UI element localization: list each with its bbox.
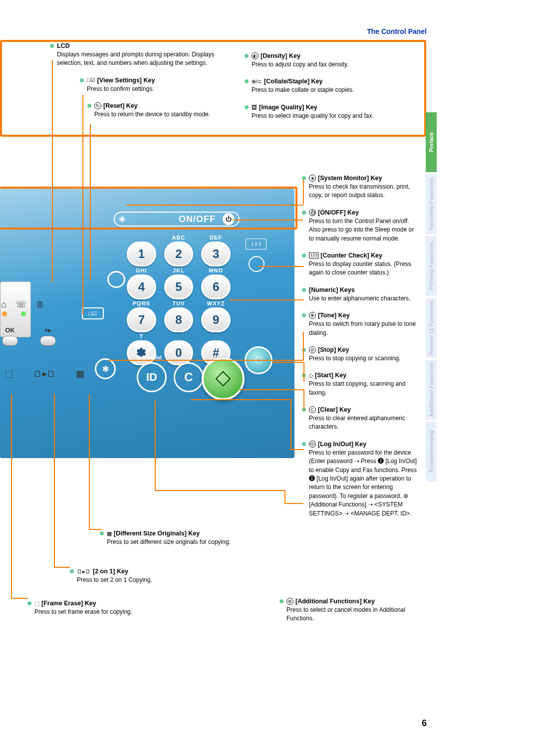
numkey-star[interactable]: ✽ (127, 340, 156, 365)
desc-add-func-wrap: ⊛ [Additional Functions] Key Press to se… (279, 598, 424, 632)
diff-size-key-icon[interactable]: ▦ (76, 368, 84, 379)
desc-image-quality: 🖼 [Image Quality] Key Press to select im… (245, 104, 417, 120)
tab-remote-ui[interactable]: Remote UI Functions (426, 298, 437, 358)
callout-line (233, 220, 303, 221)
desc-additional-functions: ⊛ [Additional Functions] Key Press to se… (279, 598, 424, 623)
callout-line (54, 394, 55, 567)
callout-line (303, 332, 304, 360)
callout-line (54, 567, 70, 568)
tab-printing[interactable]: Printing Functions (426, 236, 437, 296)
ok-label: OK (2, 326, 18, 334)
start-icon: ◇ (309, 372, 313, 379)
stop-icon: ⊘ (309, 346, 316, 353)
frame-erase-key-icon[interactable]: ⬚ (5, 368, 13, 379)
bullet-icon (50, 44, 54, 48)
tab-additional[interactable]: Additional Functions (426, 360, 437, 420)
clear-icon: C (309, 406, 316, 413)
desc-reset: ↻ [Reset] Key Press to return the device… (50, 102, 230, 119)
numkey-2[interactable]: 2 (164, 242, 194, 266)
numkey-7[interactable]: 7 (127, 307, 156, 332)
control-panel-diagram: ◈ ON/OFF ⏻ 1 2 3 □☑ ABCDEF 1 2 3 GHIJKLM… (0, 189, 294, 458)
callout-line (284, 490, 285, 503)
tab-preface[interactable]: Preface (426, 112, 437, 172)
callout-line (290, 399, 291, 449)
additional-functions-icon: ⊛ (286, 598, 293, 605)
numkey-9[interactable]: 9 (201, 307, 231, 332)
two-on-one-icon: 🗋▸🗋 (77, 568, 91, 575)
view-settings-button[interactable]: □☑ (82, 307, 104, 319)
desc-2on1: 🗋▸🗋 [2 on 1] Key Press to set 2 on 1 Cop… (70, 568, 250, 584)
counter-check-button[interactable] (249, 256, 265, 272)
led-green (21, 311, 26, 316)
right-top-descriptions: ◐ [Density] Key Press to adjust copy and… (245, 52, 417, 129)
bullet-icon (70, 569, 74, 573)
right-descriptions: ◈ [System Monitor] Key Press to check fa… (302, 175, 419, 527)
bullet-icon (245, 54, 249, 58)
desc-numeric-keys: [Numeric] Keys Use to enter alphanumeric… (302, 286, 419, 303)
bullet-icon (302, 313, 306, 317)
onoff-bar: ON/OFF ⏻ (114, 212, 240, 227)
desc-onoff: ⏻ [ON/OFF] Key Press to turn the Control… (302, 209, 419, 243)
numkey-1[interactable]: 1 (127, 242, 156, 266)
tab-troubleshooting[interactable]: Troubleshooting (426, 422, 437, 482)
tone-icon: ✻ (309, 312, 316, 319)
callout-line (290, 449, 303, 450)
diamond-icon (215, 371, 231, 386)
tone-button[interactable]: ✻ (95, 358, 116, 379)
tab-facsimile[interactable]: Facsimile Functions (426, 174, 437, 234)
login-button[interactable]: ID (137, 362, 167, 392)
onoff-button[interactable]: ⏻ (223, 213, 235, 225)
numkey-0[interactable]: 0 (164, 340, 194, 365)
left-descriptions: LCD Displays messages and prompts during… (50, 42, 230, 128)
nav-right-button[interactable] (40, 336, 56, 346)
desc-frame-wrap: ⬚ [Frame Erase] Key Press to set frame e… (27, 600, 207, 625)
callout-line (89, 394, 90, 529)
numkey-4[interactable]: 4 (127, 274, 156, 299)
bullet-icon (245, 79, 249, 83)
callout-line (126, 205, 303, 206)
bullet-icon (100, 531, 104, 535)
desc-diff-size: ▦ [Different Size Originals] Key Press t… (100, 530, 279, 546)
callout-line (11, 598, 28, 599)
desc-login: ID [Log In/Out] Key Press to enter passw… (302, 441, 419, 518)
bullet-icon (245, 105, 249, 109)
collate-staple-icon: ⊕/⊂ (252, 78, 262, 85)
counter-check-label: 1 2 3 (246, 239, 267, 250)
desc-density: ◐ [Density] Key Press to adjust copy and… (245, 52, 417, 69)
callout-line (303, 180, 304, 205)
image-quality-icon: 🖼 (252, 104, 257, 110)
doc-icon: 🗎 (36, 299, 45, 310)
desc-tone: ✻ [Tone] Key Press to switch from rotary… (302, 312, 419, 337)
callout-line (155, 490, 284, 491)
onoff-icon: ⏻ (309, 209, 316, 216)
callout-line (258, 266, 303, 267)
desc-2on1-wrap: 🗋▸🗋 [2 on 1] Key Press to set 2 on 1 Cop… (70, 568, 250, 593)
callout-line (82, 95, 83, 314)
desc-system-monitor: ◈ [System Monitor] Key Press to check fa… (302, 175, 419, 200)
power-icon: ⏻ (226, 216, 232, 223)
callout-line (284, 503, 303, 504)
system-monitor-icon: ◈ (309, 175, 316, 182)
numkey-5[interactable]: 5 (164, 274, 194, 299)
clear-button[interactable]: C (174, 362, 204, 392)
numkey-6[interactable]: 6 (201, 274, 231, 299)
bullet-icon (302, 288, 306, 292)
two-on-one-key-icon[interactable]: 🗋▸🗋 (33, 368, 56, 379)
callout-line (11, 394, 12, 598)
bullet-icon (302, 442, 306, 446)
left-indicator-icons: ⌂ ☏ 🗎 (1, 299, 45, 310)
login-icon: ID (309, 441, 316, 448)
callout-line (90, 124, 91, 279)
callout-line (240, 389, 303, 390)
start-button[interactable] (202, 357, 245, 400)
reset-icon: ↻ (94, 102, 101, 109)
numeric-keypad: ABCDEF 1 2 3 GHIJKLMNO 4 5 6 PQRSTUVWXYZ… (123, 235, 235, 366)
callout-line (303, 362, 304, 382)
numkey-3[interactable]: 3 (201, 242, 231, 266)
frame-erase-icon: ⬚ (34, 600, 39, 607)
nav-right-label: +▸ (40, 326, 56, 334)
ok-button[interactable] (2, 336, 18, 346)
numkey-8[interactable]: 8 (164, 307, 194, 332)
desc-stop: ⊘ [Stop] Key Press to stop copying or sc… (302, 346, 419, 363)
page-title: The Control Panel (367, 27, 427, 35)
